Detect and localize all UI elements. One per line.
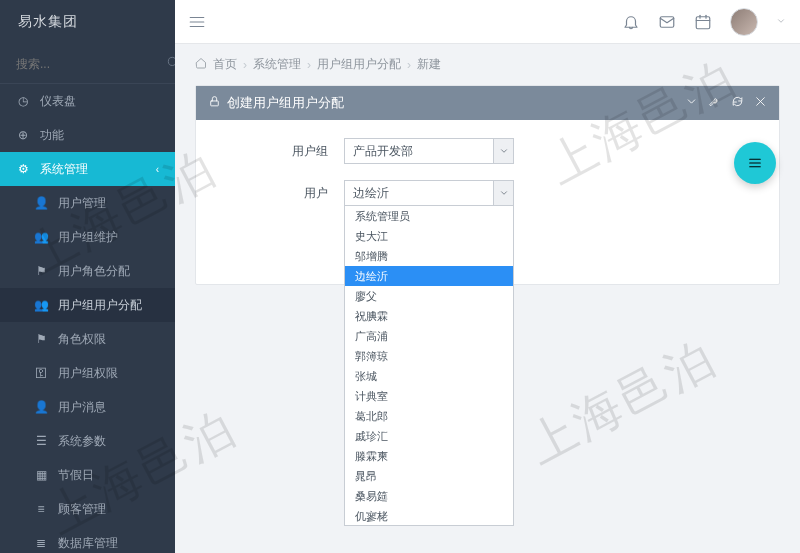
flag-icon: ⚑ bbox=[34, 264, 48, 278]
breadcrumb-sep: › bbox=[307, 58, 311, 72]
lock-icon bbox=[208, 95, 221, 111]
main-content: 首页 › 系统管理 › 用户组用户分配 › 新建 创建用户组用户分配 用户组 产 bbox=[175, 44, 800, 553]
user-menu-toggle[interactable] bbox=[776, 16, 786, 28]
sidebar-item-label: 角色权限 bbox=[58, 331, 106, 348]
gauge-icon: ◷ bbox=[16, 94, 30, 108]
breadcrumb-system[interactable]: 系统管理 bbox=[253, 56, 301, 73]
list-item[interactable]: 系统管理员 bbox=[345, 206, 513, 226]
sidebar-sub-user-mgmt[interactable]: 👤用户管理 bbox=[0, 186, 175, 220]
form-row-user: 用户 边绘沂 系统管理员 史大江 邬增腾 边绘沂 廖父 祝腆霖 广高浦 郭簿琼 … bbox=[224, 180, 751, 206]
list-item[interactable]: 葛北郎 bbox=[345, 406, 513, 426]
sidebar-sub-group-user-assign[interactable]: 👥用户组用户分配 bbox=[0, 288, 175, 322]
sidebar-sub-group-maint[interactable]: 👥用户组维护 bbox=[0, 220, 175, 254]
globe-icon: ⊕ bbox=[16, 128, 30, 142]
sidebar-item-features[interactable]: ⊕ 功能 bbox=[0, 118, 175, 152]
dropdown-arrow bbox=[493, 139, 513, 163]
list-item[interactable]: 桑易筵 bbox=[345, 486, 513, 506]
menu-toggle-button[interactable] bbox=[175, 0, 219, 44]
sidebar-sub-sys-param[interactable]: ☰系统参数 bbox=[0, 424, 175, 458]
svg-rect-3 bbox=[660, 16, 674, 27]
user-select-value: 边绘沂 bbox=[353, 185, 389, 202]
svg-rect-4 bbox=[696, 16, 710, 28]
list-item[interactable]: 边绘沂 bbox=[345, 266, 513, 286]
avatar[interactable] bbox=[730, 8, 758, 36]
dropdown-arrow bbox=[493, 181, 513, 205]
database-icon: ≣ bbox=[34, 536, 48, 550]
chevron-left-icon: ‹ bbox=[156, 164, 159, 175]
list-item[interactable]: 郭簿琼 bbox=[345, 346, 513, 366]
sidebar-sub-holiday[interactable]: ▦节假日 bbox=[0, 458, 175, 492]
collapse-button[interactable] bbox=[685, 95, 698, 111]
key-icon: ⚿ bbox=[34, 366, 48, 380]
notifications-button[interactable] bbox=[622, 13, 640, 31]
sidebar-item-label: 用户组权限 bbox=[58, 365, 118, 382]
sidebar-sub-role-assign[interactable]: ⚑用户角色分配 bbox=[0, 254, 175, 288]
sidebar-item-label: 用户管理 bbox=[58, 195, 106, 212]
chevron-down-icon bbox=[499, 146, 509, 156]
list-item[interactable]: 晁昂 bbox=[345, 466, 513, 486]
group-select-value: 产品开发部 bbox=[353, 143, 413, 160]
flag-icon: ⚑ bbox=[34, 332, 48, 346]
cogs-icon: ⚙ bbox=[16, 162, 30, 176]
close-button[interactable] bbox=[754, 95, 767, 111]
envelope-icon bbox=[658, 13, 676, 31]
panel-title: 创建用户组用户分配 bbox=[227, 94, 344, 112]
refresh-icon bbox=[731, 95, 744, 108]
list-item[interactable]: 廖父 bbox=[345, 286, 513, 306]
list-item[interactable]: 计典室 bbox=[345, 386, 513, 406]
list-item[interactable]: 张城 bbox=[345, 366, 513, 386]
list-item[interactable]: 戚珍汇 bbox=[345, 426, 513, 446]
search-input[interactable] bbox=[16, 57, 166, 71]
search-icon bbox=[166, 55, 175, 69]
list-item[interactable]: 邬增腾 bbox=[345, 246, 513, 266]
sidebar-item-label: 用户角色分配 bbox=[58, 263, 130, 280]
list-icon: ≡ bbox=[34, 502, 48, 516]
group-select[interactable]: 产品开发部 bbox=[344, 138, 514, 164]
sidebar-item-label: 用户消息 bbox=[58, 399, 106, 416]
breadcrumb-home[interactable]: 首页 bbox=[213, 56, 237, 73]
calendar-icon bbox=[694, 13, 712, 31]
form-panel: 创建用户组用户分配 用户组 产品开发部 用户 边绘沂 bbox=[195, 85, 780, 285]
sidebar-sub-user-msg[interactable]: 👤用户消息 bbox=[0, 390, 175, 424]
close-icon bbox=[754, 95, 767, 108]
breadcrumb-sep: › bbox=[407, 58, 411, 72]
group-label: 用户组 bbox=[224, 143, 344, 160]
chevron-down-icon bbox=[499, 188, 509, 198]
settings-button[interactable] bbox=[708, 95, 721, 111]
sliders-icon: ☰ bbox=[34, 434, 48, 448]
header-controls bbox=[622, 8, 800, 36]
user-icon: 👤 bbox=[34, 196, 48, 210]
hamburger-icon bbox=[188, 13, 206, 31]
list-item[interactable]: 祝腆霖 bbox=[345, 306, 513, 326]
sidebar-sub-database[interactable]: ≣数据库管理 bbox=[0, 526, 175, 553]
sidebar-sub-group-perm[interactable]: ⚿用户组权限 bbox=[0, 356, 175, 390]
breadcrumb: 首页 › 系统管理 › 用户组用户分配 › 新建 bbox=[195, 56, 780, 73]
list-item[interactable]: 史大江 bbox=[345, 226, 513, 246]
sidebar-item-label: 系统参数 bbox=[58, 433, 106, 450]
svg-rect-10 bbox=[211, 101, 219, 106]
chevron-down-icon bbox=[685, 95, 698, 108]
wrench-icon bbox=[708, 95, 721, 108]
sidebar-item-label: 功能 bbox=[40, 127, 64, 144]
calendar-button[interactable] bbox=[694, 13, 712, 31]
top-header: 易水集团 bbox=[0, 0, 800, 44]
messages-button[interactable] bbox=[658, 13, 676, 31]
panel-header: 创建用户组用户分配 bbox=[196, 86, 779, 120]
user-dropdown-list[interactable]: 系统管理员 史大江 邬增腾 边绘沂 廖父 祝腆霖 广高浦 郭簿琼 张城 计典室 … bbox=[344, 206, 514, 526]
search-button[interactable] bbox=[166, 55, 175, 72]
users-icon: 👥 bbox=[34, 230, 48, 244]
home-icon bbox=[195, 57, 207, 72]
breadcrumb-page[interactable]: 用户组用户分配 bbox=[317, 56, 401, 73]
list-item[interactable]: 滕霖柬 bbox=[345, 446, 513, 466]
sidebar-item-label: 节假日 bbox=[58, 467, 94, 484]
sidebar-sub-customer[interactable]: ≡顾客管理 bbox=[0, 492, 175, 526]
list-item[interactable]: 广高浦 bbox=[345, 326, 513, 346]
refresh-button[interactable] bbox=[731, 95, 744, 111]
sidebar: ◷ 仪表盘 ⊕ 功能 ⚙ 系统管理 ‹ 👤用户管理 👥用户组维护 ⚑用户角色分配… bbox=[0, 44, 175, 553]
sidebar-item-dashboard[interactable]: ◷ 仪表盘 bbox=[0, 84, 175, 118]
user-select[interactable]: 边绘沂 bbox=[344, 180, 514, 206]
floating-action-button[interactable] bbox=[734, 142, 776, 184]
sidebar-item-system-mgmt[interactable]: ⚙ 系统管理 ‹ bbox=[0, 152, 175, 186]
list-item[interactable]: 仉寥栳 bbox=[345, 506, 513, 526]
sidebar-sub-role-perm[interactable]: ⚑角色权限 bbox=[0, 322, 175, 356]
